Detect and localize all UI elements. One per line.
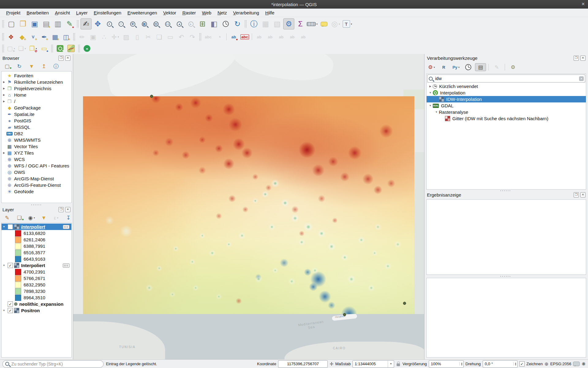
rotate-label-button[interactable]: ab	[265, 32, 275, 42]
browser-tree[interactable]: ★Favoriten▶⚑Räumliche Lesezeichen▶❒Proje…	[1, 71, 72, 203]
panel-splitter[interactable]	[31, 204, 42, 205]
processing-float-icon[interactable]: ❐	[574, 56, 579, 61]
select-features-button[interactable]: ▢➤▾	[6, 44, 16, 53]
show-unplaced-labels-button[interactable]: ab	[298, 32, 308, 42]
legend-item[interactable]: 6388,7991	[2, 243, 71, 249]
processing-item-gdal[interactable]: ▼GDALGDAL	[427, 102, 586, 109]
expander-icon[interactable]: ▶	[2, 94, 6, 96]
save-layer-edits-button[interactable]: ▣	[88, 32, 98, 42]
browser-float-icon[interactable]: ❐	[58, 56, 64, 61]
menu-projekt[interactable]: Projekt	[3, 9, 24, 16]
new-temporary-scratch-layer-button[interactable]: ◫✳	[61, 32, 71, 42]
browser-item-r-umliche-lesezeichen[interactable]: ▶⚑Räumliche Lesezeichen	[2, 79, 71, 85]
redo-button[interactable]: ↷	[187, 32, 198, 42]
processing-item-rasteranalyse[interactable]: ▼Rasteranalyse	[427, 109, 586, 115]
change-label-properties-button[interactable]: ab	[276, 32, 286, 42]
legend-item[interactable]: 6643,9163	[2, 256, 71, 262]
new-map-view-button[interactable]: ⊞	[197, 18, 208, 29]
measure-line-button[interactable]: ▾	[307, 18, 318, 29]
browser-item-xyz-tiles[interactable]: ▶▦XYZ Tiles	[2, 150, 71, 156]
layer-visibility-checkbox[interactable]: ✓	[8, 263, 13, 268]
browser-item-home[interactable]: ▶⌂Home	[2, 92, 71, 98]
python-scripts-button[interactable]: Py▾	[450, 63, 462, 71]
scale-combo[interactable]: 1:13444005 ▼	[352, 360, 394, 368]
legend-item[interactable]: 6832,2950	[2, 282, 71, 288]
menu-web[interactable]: Web	[199, 9, 215, 16]
browser-item-arcgis-feature-dienst[interactable]: ⊕ArcGIS-Feature-Dienst	[2, 182, 71, 188]
expander-icon[interactable]: ▶	[428, 85, 433, 88]
show-layout-manager-button[interactable]: ▥	[52, 18, 63, 29]
menu-netz[interactable]: Netz	[214, 9, 230, 16]
refresh-map-button[interactable]: ↻	[232, 18, 243, 29]
menu-raster[interactable]: Raster	[179, 9, 199, 16]
extents-icon[interactable]: ✛	[330, 361, 334, 367]
expander-icon[interactable]: ▶	[2, 100, 6, 103]
browser-item-wms-wmts[interactable]: ⊕WMS/WMTS	[2, 137, 71, 143]
browser-item-vector-tiles[interactable]: ▦Vector Tiles	[2, 143, 71, 150]
lock-scale-icon[interactable]	[397, 363, 400, 366]
layer-diagram-options-button[interactable]: ◔	[214, 32, 224, 42]
zoom-out-button[interactable]: −	[115, 18, 126, 29]
expander-icon[interactable]: ▼	[428, 104, 433, 107]
zoom-next-button[interactable]: ▸	[185, 18, 196, 29]
pin-labels-button[interactable]: ab●	[228, 32, 239, 42]
zoom-to-selection-button[interactable]: ▦	[139, 18, 150, 29]
browser-filter-button[interactable]: ▼	[26, 62, 37, 70]
processing-item-kürzlich-verwendet[interactable]: ▶Kürzlich verwendet	[427, 83, 586, 90]
open-data-source-manager-button[interactable]: ❖	[6, 32, 16, 42]
browser-add-layer-button[interactable]: ▢●	[2, 62, 13, 70]
zoom-native-resolution-button[interactable]: 1:1	[162, 18, 173, 29]
new-project-button[interactable]: ▢	[6, 18, 17, 29]
open-project-button[interactable]: ❒	[17, 18, 28, 29]
coordinate-input[interactable]: 1175396,2756707	[278, 360, 328, 368]
legend-item[interactable]: 8964,3510	[2, 294, 71, 301]
new-print-layout-button[interactable]: ▤✦	[41, 18, 52, 29]
legend-item[interactable]: 7898,3230	[2, 288, 71, 294]
expander-icon[interactable]: ▶	[2, 87, 6, 90]
text-annotation-button[interactable]: T▾	[342, 18, 353, 29]
processing-options-button[interactable]: ⚙	[507, 63, 518, 71]
crs-indicator[interactable]: EPSG:2056	[550, 362, 571, 366]
browser-item-db2[interactable]: DB2DB2	[2, 130, 71, 137]
identify-features-button[interactable]: ⓘ	[248, 18, 259, 29]
new-shapefile-layer-button[interactable]: V✳	[28, 32, 38, 42]
temporary-layer-indicator-icon[interactable]	[63, 225, 70, 229]
browser-item--[interactable]: ▶❒/	[2, 98, 71, 105]
add-annotation-layer-button[interactable]: ▭●	[39, 44, 49, 53]
browser-item-geopackage[interactable]: ◆GeoPackage	[2, 105, 71, 111]
messages-icon[interactable]	[573, 362, 580, 366]
delete-selected-button[interactable]: ▯	[132, 32, 142, 42]
layer-float-icon[interactable]: ❐	[58, 207, 64, 212]
browser-item-ows[interactable]: ◎OWS	[2, 169, 71, 175]
expander-icon[interactable]: ▼	[2, 264, 6, 267]
r-scripts-button[interactable]: R	[438, 63, 449, 71]
style-manager-button[interactable]: ✎●	[64, 18, 75, 29]
browser-item-spatialite[interactable]: ✒SpatiaLite	[2, 111, 71, 117]
browser-item-projektverzeichnis[interactable]: ▶❒Projektverzeichnis	[2, 85, 71, 92]
browser-item-wfs-ogc-api-features[interactable]: ⊕WFS / OGC API - Features	[2, 163, 71, 169]
processing-history-button[interactable]	[463, 63, 474, 71]
browser-item-mssql[interactable]: ▰MSSQL	[2, 124, 71, 130]
expander-icon[interactable]: ▼	[434, 111, 439, 113]
filter-legend-button[interactable]: ▼	[38, 214, 49, 222]
vertex-tool-button[interactable]: ✛▾	[110, 32, 120, 42]
results-close-icon[interactable]: ✕	[580, 192, 586, 197]
zoom-in-button[interactable]: +	[104, 18, 115, 29]
browser-properties-button[interactable]: ⓘ	[51, 62, 62, 70]
close-window-icon[interactable]: ✕	[581, 2, 585, 6]
processing-search-input[interactable]	[435, 76, 577, 81]
edit-features-inplace-button[interactable]: ✎	[491, 63, 502, 71]
filter-by-expression-button[interactable]: ε▾	[51, 214, 62, 222]
misc-status-icon[interactable]: ❋	[582, 361, 586, 367]
panel-splitter[interactable]	[500, 276, 511, 277]
save-project-button[interactable]: ▣	[29, 18, 40, 29]
pan-to-selection-button[interactable]: ✥	[92, 18, 103, 29]
run-feature-action-button[interactable]: ◎▾	[330, 18, 341, 29]
menu-vektor[interactable]: Vektor	[160, 9, 179, 16]
expander-icon[interactable]: ▶	[2, 151, 6, 154]
expand-all-button[interactable]: ↧	[63, 214, 74, 222]
resource-sharing-button[interactable]: «	[82, 44, 92, 53]
browser-collapse-all-button[interactable]: ↥	[38, 62, 49, 70]
quickmapservices-button[interactable]	[66, 44, 76, 53]
multiedit-attributes-button[interactable]: ▨	[121, 32, 131, 42]
